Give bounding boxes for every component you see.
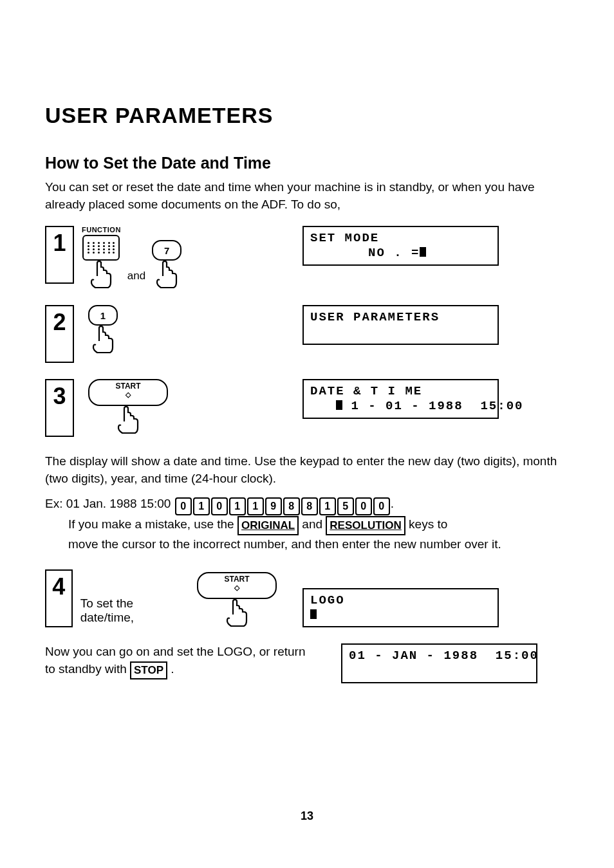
digit-key-8[interactable]: 8 bbox=[283, 497, 300, 515]
digit-key-1[interactable]: 1 bbox=[193, 497, 210, 515]
hand-press-icon bbox=[92, 326, 114, 354]
cursor-icon bbox=[310, 609, 317, 619]
hand-press-icon bbox=[156, 261, 178, 289]
lcd-line: NO . = bbox=[368, 246, 420, 260]
start-label: START bbox=[115, 382, 140, 391]
digit-key-1[interactable]: 1 bbox=[247, 497, 264, 515]
lcd-line: 01 - JAN - 1988 15:00 bbox=[349, 649, 530, 663]
digit-key-5[interactable]: 5 bbox=[337, 497, 354, 515]
cursor-icon bbox=[336, 400, 342, 410]
step-2: 2 1 USER PARAMETERS bbox=[45, 305, 569, 363]
example-text: If you make a mistake, use the bbox=[68, 517, 237, 531]
step-number: 1 bbox=[45, 226, 74, 284]
hand-press-icon bbox=[117, 406, 139, 434]
paragraph: The display will show a date and time. U… bbox=[45, 453, 569, 487]
example-prefix: Ex: 01 Jan. 1988 15:00 bbox=[45, 497, 174, 510]
lcd-display-3: DATE & T I ME 1 - 01 - 1988 15:00 bbox=[302, 379, 499, 419]
page-title: USER PARAMETERS bbox=[45, 103, 569, 128]
step-number: 3 bbox=[45, 379, 74, 437]
lcd-display-2: USER PARAMETERS bbox=[302, 305, 499, 345]
and-label: and bbox=[127, 270, 145, 289]
lcd-line: LOGO bbox=[310, 593, 491, 608]
digit-key-0[interactable]: 0 bbox=[373, 497, 390, 515]
digit-key-1[interactable]: 1 bbox=[229, 497, 246, 515]
lcd-display-4: LOGO bbox=[302, 588, 499, 628]
key-1[interactable]: 1 bbox=[88, 305, 118, 326]
example-text: and bbox=[302, 517, 326, 531]
step4-text: To set the date/time, bbox=[80, 596, 184, 627]
step-number: 4 bbox=[45, 569, 73, 627]
resolution-key[interactable]: RESOLUTION bbox=[326, 516, 405, 535]
arrow-up-icon: ◇ bbox=[126, 391, 131, 399]
digit-key-9[interactable]: 9 bbox=[265, 497, 282, 515]
lcd-display-final: 01 - JAN - 1988 15:00 bbox=[341, 643, 537, 683]
example-text: move the cursor to the incorrect number,… bbox=[68, 535, 569, 554]
example-block: Ex: 01 Jan. 1988 15:00 010119881500. If … bbox=[45, 495, 569, 553]
bottom-row: Now you can go on and set the LOGO, or r… bbox=[45, 643, 569, 683]
period: . bbox=[391, 497, 394, 510]
start-button[interactable]: START ◇ bbox=[197, 572, 277, 599]
hand-press-icon bbox=[90, 261, 112, 289]
lcd-line: SET MODE bbox=[310, 231, 491, 246]
digit-key-8[interactable]: 8 bbox=[301, 497, 318, 515]
function-label: FUNCTION bbox=[82, 226, 121, 234]
function-button[interactable] bbox=[82, 235, 120, 261]
cursor-icon bbox=[420, 247, 426, 257]
lcd-line: 1 - 01 - 1988 15:00 bbox=[342, 399, 523, 413]
step-3: 3 START ◇ DATE & T I ME 1 - 01 - 1988 15… bbox=[45, 379, 569, 437]
lcd-line: DATE & T I ME bbox=[310, 384, 491, 399]
intro-text: You can set or reset the date and time w… bbox=[45, 179, 569, 213]
digit-key-0[interactable]: 0 bbox=[211, 497, 228, 515]
bottom-text: . bbox=[171, 662, 174, 676]
digit-key-0[interactable]: 0 bbox=[175, 497, 192, 515]
digit-key-1[interactable]: 1 bbox=[319, 497, 336, 515]
lcd-display-1: SET MODE NO . = bbox=[302, 226, 499, 266]
original-key[interactable]: ORIGINAL bbox=[237, 516, 299, 535]
hand-press-icon bbox=[226, 599, 248, 627]
step-number: 2 bbox=[45, 305, 74, 363]
start-button[interactable]: START ◇ bbox=[88, 379, 168, 406]
step-4: 4 To set the date/time, START ◇ LOGO bbox=[45, 569, 569, 627]
digit-key-0[interactable]: 0 bbox=[355, 497, 372, 515]
bottom-text: Now you can go on and set the LOGO, or r… bbox=[45, 645, 306, 676]
lcd-line: USER PARAMETERS bbox=[310, 310, 491, 325]
example-text: keys to bbox=[409, 517, 447, 531]
arrow-up-icon: ◇ bbox=[234, 584, 239, 592]
start-label: START bbox=[224, 575, 249, 584]
page-number: 13 bbox=[0, 809, 614, 823]
section-subtitle: How to Set the Date and Time bbox=[45, 154, 569, 172]
step-1: 1 FUNCTION and 7 bbox=[45, 226, 569, 289]
key-7[interactable]: 7 bbox=[152, 240, 181, 261]
stop-key[interactable]: STOP bbox=[130, 661, 167, 679]
